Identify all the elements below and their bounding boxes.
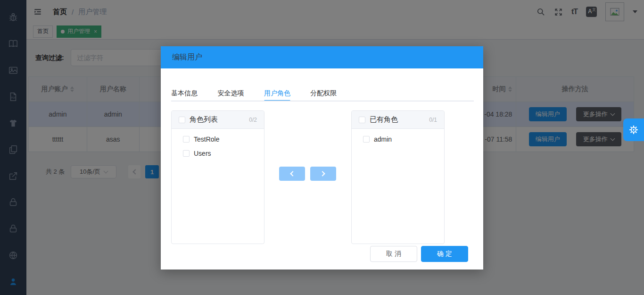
transfer-target-header: 已有角色 0/1 — [352, 111, 444, 129]
settings-gear-button[interactable] — [623, 118, 644, 141]
item-checkbox[interactable] — [363, 136, 370, 143]
panel-count: 0/2 — [249, 117, 257, 123]
transfer-source-header: 角色列表 0/2 — [172, 111, 264, 129]
select-all-checkbox[interactable] — [179, 117, 185, 123]
select-all-checkbox[interactable] — [359, 117, 365, 123]
list-item[interactable]: admin — [352, 132, 444, 146]
tab-basic-info[interactable]: 基本信息 — [171, 89, 198, 102]
transfer-source-list: TestRole Users — [172, 129, 264, 160]
tabs-track — [171, 101, 474, 101]
chevron-left-icon — [290, 171, 295, 176]
cancel-button[interactable]: 取 消 — [370, 246, 417, 262]
panel-title: 已有角色 — [370, 115, 398, 124]
transfer-to-right-button[interactable] — [310, 167, 336, 181]
transfer-target-list: admin — [352, 129, 444, 146]
gear-icon — [628, 124, 639, 135]
confirm-button[interactable]: 确 定 — [421, 246, 468, 262]
tab-security-options[interactable]: 安全选项 — [217, 89, 244, 102]
panel-title: 角色列表 — [190, 115, 218, 124]
transfer-source-panel: 角色列表 0/2 TestRole Users — [171, 110, 264, 244]
dialog-header: 编辑用户 — [161, 46, 483, 68]
edit-user-dialog: 编辑用户 基本信息 安全选项 用户角色 分配权限 角色列表 0/2 TestRo… — [161, 46, 483, 270]
list-item[interactable]: TestRole — [172, 132, 264, 146]
dialog-tabs: 基本信息 安全选项 用户角色 分配权限 — [171, 89, 474, 101]
item-checkbox[interactable] — [183, 150, 190, 157]
transfer-target-panel: 已有角色 0/1 admin — [351, 110, 445, 244]
tab-user-roles[interactable]: 用户角色 — [264, 89, 290, 102]
panel-count: 0/1 — [429, 117, 437, 123]
transfer-to-left-button[interactable] — [279, 167, 305, 181]
chevron-right-icon — [320, 171, 325, 176]
dialog-title: 编辑用户 — [172, 52, 202, 62]
list-item[interactable]: Users — [172, 146, 264, 160]
tab-assign-permissions[interactable]: 分配权限 — [310, 89, 337, 102]
item-checkbox[interactable] — [183, 136, 190, 143]
